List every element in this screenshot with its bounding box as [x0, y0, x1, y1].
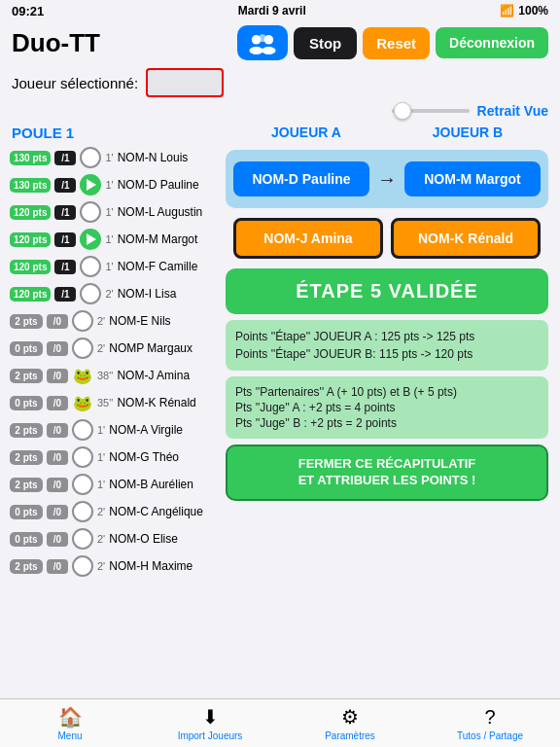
- player-name: NOM-I Lisa: [118, 287, 177, 301]
- header: Duo-TT Stop Reset Déconnexion: [0, 21, 560, 64]
- next-player-a[interactable]: NOM-J Amina: [233, 218, 383, 259]
- player-row[interactable]: 120 pts /1 1' NOM-L Augustin: [8, 199, 222, 225]
- player-round-num: 2': [105, 288, 113, 300]
- circle-icon: [80, 201, 101, 223]
- player-name: NOM-K Rénald: [117, 396, 195, 409]
- joueur-selectionne-label: Joueur sélectionné:: [12, 75, 138, 91]
- player-row[interactable]: 130 pts /1 1' NOM-D Pauline: [8, 172, 222, 197]
- player-round-num: 2': [97, 315, 105, 327]
- player-row[interactable]: 0 pts /0 2' NOMP Margaux: [8, 336, 222, 361]
- joueur-b-label: JOUEUR B: [387, 124, 548, 140]
- pts-badge: 130 pts: [10, 178, 51, 193]
- nav-item-menu[interactable]: 🏠 Menu: [0, 705, 140, 741]
- pts-badge: 120 pts: [10, 205, 51, 220]
- player-row[interactable]: 0 pts /0 🐸 35'' NOM-K Rénald: [8, 390, 222, 415]
- app-title: Duo-TT: [12, 28, 100, 58]
- bottom-nav: 🏠 Menu ⬇ Import Joueurs ⚙ Paramètres ? T…: [0, 698, 560, 747]
- round-badge: /0: [47, 505, 68, 519]
- player-row[interactable]: 120 pts /1 1' NOM-M Margot: [8, 227, 222, 252]
- circle-icon: [72, 310, 93, 332]
- player-round-num: 1': [105, 152, 113, 163]
- right-panel: JOUEUR A JOUEUR B NOM-D Pauline → NOM-M …: [222, 121, 552, 677]
- pts-badge: 2 pts: [10, 314, 43, 329]
- round-badge: /0: [47, 369, 68, 383]
- pts-badge: 0 pts: [10, 396, 43, 410]
- pts-badge: 2 pts: [10, 369, 43, 383]
- stop-button[interactable]: Stop: [294, 27, 357, 59]
- round-badge: /0: [47, 450, 68, 465]
- pts-partenaires-line: Pts ''Juge'' B : +2 pts = 2 points: [235, 415, 539, 431]
- battery-text: 100%: [518, 4, 548, 18]
- slider-thumb[interactable]: [394, 102, 411, 120]
- nav-icon: ⚙: [341, 705, 359, 729]
- status-bar: 09:21 Mardi 9 avril 📶 100%: [0, 0, 560, 21]
- player-round-num: 1': [97, 424, 105, 436]
- player-round-num: 1': [105, 261, 113, 272]
- player-row[interactable]: 2 pts /0 1' NOM-B Aurélien: [8, 472, 222, 497]
- player-row[interactable]: 2 pts /0 1' NOM-G Théo: [8, 445, 222, 470]
- player-name: NOM-N Louis: [118, 151, 189, 164]
- reset-button[interactable]: Reset: [363, 27, 430, 59]
- round-badge: /0: [47, 396, 68, 410]
- current-players-row: NOM-D Pauline → NOM-M Margot: [226, 150, 548, 208]
- circle-icon: [72, 338, 93, 359]
- round-badge: /1: [54, 260, 76, 274]
- player-row[interactable]: 2 pts /0 🐸 38'' NOM-J Amina: [8, 363, 222, 388]
- joueur-selectionne-row: Joueur sélectionné:: [0, 64, 560, 101]
- nav-item-import-joueurs[interactable]: ⬇ Import Joueurs: [140, 705, 280, 741]
- points-info-box: Points ''Étape'' JOUEUR A : 125 pts -> 1…: [226, 320, 548, 371]
- player-name: NOM-G Théo: [109, 450, 179, 464]
- nav-icon: ⬇: [202, 705, 219, 729]
- points-info-line: Points ''Étape'' JOUEUR B: 115 pts -> 12…: [235, 345, 539, 363]
- player-name: NOM-D Pauline: [118, 178, 199, 192]
- player-name: NOM-L Augustin: [118, 205, 203, 219]
- circle-icon: [80, 256, 101, 277]
- player-round-num: 1': [105, 233, 113, 245]
- player-round-num: 35'': [97, 397, 113, 409]
- retrait-slider[interactable]: [392, 109, 470, 113]
- player-row[interactable]: 0 pts /0 2' NOM-C Angélique: [8, 499, 222, 524]
- current-player-b[interactable]: NOM-M Margot: [404, 161, 541, 196]
- player-name: NOMP Margaux: [109, 341, 192, 355]
- nav-icon: ?: [484, 706, 495, 729]
- nav-icon: 🏠: [58, 705, 83, 729]
- circle-icon: [72, 474, 93, 495]
- joueur-a-label: JOUEUR A: [226, 124, 387, 140]
- player-name: NOM-E Nils: [109, 314, 170, 328]
- round-badge: /0: [47, 532, 68, 547]
- status-right: 📶 100%: [500, 4, 548, 18]
- pts-partenaires-line: Pts ''Juge'' A : +2 pts = 4 points: [235, 400, 539, 415]
- player-row[interactable]: 130 pts /1 1' NOM-N Louis: [8, 145, 222, 170]
- group-icon-button[interactable]: [237, 25, 288, 60]
- round-badge: /0: [47, 314, 68, 329]
- round-badge: /1: [54, 178, 76, 193]
- nav-item-paramètres[interactable]: ⚙ Paramètres: [280, 705, 420, 741]
- player-row[interactable]: 0 pts /0 2' NOM-O Elise: [8, 526, 222, 551]
- deconnexion-button[interactable]: Déconnexion: [436, 27, 548, 58]
- circle-icon: [72, 555, 93, 577]
- fermer-button[interactable]: FERMER CE RÉCAPITULATIF ET ATTRIBUER LES…: [226, 445, 548, 501]
- player-row[interactable]: 120 pts /1 2' NOM-I Lisa: [8, 281, 222, 306]
- player-name: NOM-C Angélique: [109, 505, 203, 518]
- retrait-vue-label[interactable]: Retrait Vue: [477, 103, 548, 119]
- current-player-a[interactable]: NOM-D Pauline: [233, 161, 369, 196]
- player-round-num: 1': [105, 179, 113, 191]
- nav-label: Import Joueurs: [178, 730, 243, 741]
- circle-icon: [80, 283, 101, 304]
- nav-label: Paramètres: [325, 730, 375, 741]
- player-row[interactable]: 2 pts /0 2' NOM-H Maxime: [8, 553, 222, 579]
- player-round-num: 38'': [97, 370, 113, 381]
- pts-badge: 120 pts: [10, 260, 51, 274]
- header-buttons: Stop Reset Déconnexion: [237, 25, 548, 60]
- player-row[interactable]: 2 pts /0 2' NOM-E Nils: [8, 308, 222, 334]
- points-info-line: Points ''Étape'' JOUEUR A : 125 pts -> 1…: [235, 328, 539, 345]
- player-round-num: 1': [105, 206, 113, 218]
- nav-item-tutos-/-partage[interactable]: ? Tutos / Partage: [420, 706, 560, 741]
- player-row[interactable]: 120 pts /1 1' NOM-F Camille: [8, 254, 222, 279]
- player-name: NOM-O Elise: [109, 532, 178, 546]
- player-name: NOM-H Maxime: [109, 559, 192, 573]
- next-player-b[interactable]: NOM-K Rénald: [391, 218, 541, 259]
- player-row[interactable]: 2 pts /0 1' NOM-A Virgile: [8, 417, 222, 443]
- joueur-selectionne-box[interactable]: [146, 68, 224, 97]
- player-name: NOM-F Camille: [118, 260, 198, 273]
